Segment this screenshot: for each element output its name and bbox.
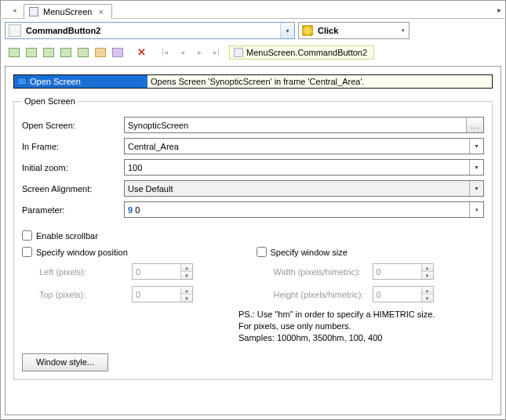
editor-tab-label: MenuScreen [43, 7, 92, 16]
nav-first: |◂ [157, 45, 173, 60]
open-screen-group: Open Screen Open Screen: SynopticScreen … [13, 96, 493, 380]
specify-position-input[interactable] [22, 247, 32, 257]
window-style-button[interactable]: Window style... [22, 353, 108, 371]
in-frame-field[interactable]: Central_Area ▼ [124, 138, 484, 154]
specify-size-input[interactable] [257, 247, 267, 257]
open-screen-field[interactable]: SynopticScreen ... [124, 117, 484, 133]
object-selector-label: CommandButton2 [24, 26, 280, 35]
event-selector[interactable]: Click ▾ [298, 22, 410, 39]
initial-zoom-label: Initial zoom: [22, 163, 124, 172]
object-icon [9, 24, 21, 37]
tool-1[interactable] [6, 45, 22, 60]
specify-position-checkbox[interactable]: Specify window position [22, 247, 250, 257]
tool-7[interactable] [110, 45, 126, 60]
spin-down-icon: ▼ [181, 271, 192, 279]
tool-6[interactable] [93, 45, 108, 60]
enable-scrollbar-checkbox[interactable]: Enable scrollbar [22, 230, 484, 241]
toolbar: ✕ |◂ ◂ ▸ ▸| MenuScreen.CommandButton2 [2, 42, 504, 63]
spin-up-icon: ▲ [422, 287, 433, 294]
parameter-value: 90 [125, 205, 469, 215]
nav-next: ▸ [191, 45, 207, 60]
tool-3[interactable] [41, 45, 56, 60]
open-screen-value: SynopticScreen [125, 121, 466, 130]
specify-position-label: Specify window position [36, 248, 128, 257]
height-label: Height (pixels/himetric): [274, 290, 373, 299]
top-label: Top (pixels): [39, 290, 132, 299]
initial-zoom-value: 100 [125, 163, 469, 172]
parameter-field[interactable]: 90 ▾ [124, 201, 484, 218]
chevron-down-icon[interactable]: ▼ [469, 139, 483, 154]
close-icon[interactable]: × [96, 7, 104, 16]
breadcrumb-icon [234, 48, 243, 57]
open-screen-label: Open Screen: [22, 121, 124, 130]
lightning-icon [302, 25, 313, 36]
chevron-down-icon[interactable]: ▾ [398, 27, 409, 34]
scroll-right-icon[interactable]: ▸ [497, 5, 501, 14]
screen-alignment-value: Use Default [125, 184, 469, 194]
tool-2[interactable] [24, 45, 39, 60]
spin-down-icon: ▼ [422, 271, 433, 279]
group-legend: Open Screen [22, 96, 78, 106]
window-style-label: Window style... [36, 357, 94, 367]
initial-zoom-field[interactable]: 100 ▼ [124, 159, 484, 176]
command-row[interactable]: Open Screen Opens Screen 'SynopticScreen… [13, 74, 493, 89]
command-name: Open Screen [30, 77, 81, 86]
chevron-down-icon[interactable]: ▼ [469, 181, 483, 196]
specify-size-label: Specify window size [271, 248, 348, 257]
tool-5[interactable] [75, 45, 91, 60]
spin-up-icon: ▲ [422, 264, 433, 271]
command-name-cell: Open Screen [14, 75, 147, 88]
browse-button[interactable]: ... [466, 118, 483, 132]
enable-scrollbar-input[interactable] [22, 230, 32, 241]
object-selector[interactable]: CommandButton2 ▼ [5, 22, 295, 39]
nav-prev: ◂ [174, 45, 190, 60]
editor-tab-menuscreen[interactable]: MenuScreen × [24, 4, 112, 19]
enable-scrollbar-label: Enable scrollbar [36, 231, 98, 241]
chevron-down-icon[interactable]: ▾ [469, 202, 483, 217]
chevron-down-icon[interactable]: ▼ [280, 23, 294, 38]
screen-icon [17, 78, 27, 85]
specify-size-checkbox[interactable]: Specify window size [257, 247, 485, 257]
spin-up-icon: ▲ [181, 264, 192, 271]
spin-up-icon: ▲ [181, 287, 192, 294]
breadcrumb[interactable]: MenuScreen.CommandButton2 [229, 45, 374, 60]
event-selector-label: Click [316, 26, 398, 35]
width-spinner: 0 ▲▼ [373, 263, 434, 280]
delete-button[interactable]: ✕ [133, 45, 149, 60]
left-label: Left (pixels): [39, 267, 132, 277]
spin-down-icon: ▼ [181, 294, 192, 302]
screen-alignment-label: Screen Alignment: [22, 184, 124, 194]
chevron-down-icon[interactable]: ▼ [469, 160, 483, 175]
parameter-label: Parameter: [22, 205, 124, 215]
screen-alignment-field[interactable]: Use Default ▼ [124, 180, 484, 197]
tool-4[interactable] [58, 45, 74, 60]
width-label: Width (pixels/himetric): [274, 267, 373, 277]
spin-down-icon: ▼ [422, 294, 433, 302]
in-frame-label: In Frame: [22, 142, 124, 151]
top-spinner: 0 ▲▼ [132, 286, 193, 302]
breadcrumb-label: MenuScreen.CommandButton2 [246, 48, 367, 57]
height-spinner: 0 ▲▼ [373, 286, 434, 302]
left-spinner: 0 ▲▼ [132, 263, 193, 280]
in-frame-value: Central_Area [125, 142, 469, 151]
hint-text: PS.: Use "hm" in order to specify a HIME… [238, 309, 484, 344]
collapse-left-icon[interactable]: ◂ [5, 4, 24, 16]
document-icon [29, 7, 38, 16]
command-description: Opens Screen 'SynopticScreen' in frame '… [147, 75, 492, 88]
nav-last: ▸| [209, 45, 224, 60]
